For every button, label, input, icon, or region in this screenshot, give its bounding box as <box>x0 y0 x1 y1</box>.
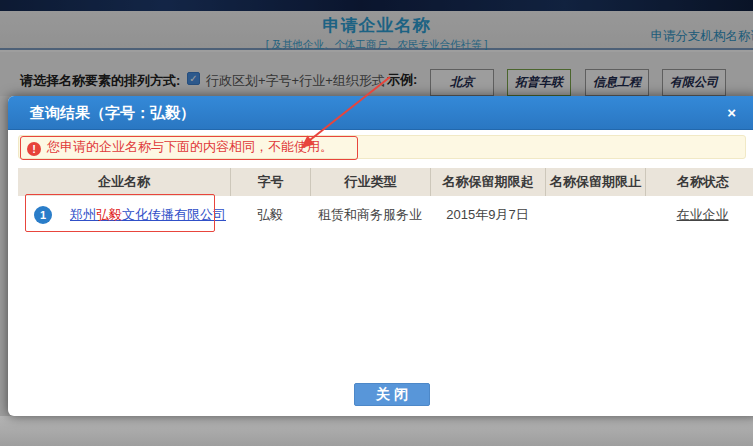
col-company-name: 企业名称 <box>18 168 230 196</box>
row-index-badge: 1 <box>34 206 52 224</box>
tradename-cell: 弘毅 <box>230 196 310 234</box>
modal-header: 查询结果（字号：弘毅） × <box>8 96 753 130</box>
modal-title: 查询结果（字号：弘毅） <box>30 96 195 130</box>
table-header-row: 企业名称 字号 行业类型 名称保留期限起 名称保留期限止 名称状态 <box>18 168 753 196</box>
status-cell: 在业企业 <box>645 196 753 234</box>
industry-cell: 租赁和商务服务业 <box>310 196 430 234</box>
page: 申请企业名称 [ 及其他企业、个体工商户、农民专业合作社等 ] 申请分支机构名称… <box>0 0 753 446</box>
col-reserve-start: 名称保留期限起 <box>430 168 545 196</box>
col-status: 名称状态 <box>645 168 753 196</box>
col-industry: 行业类型 <box>310 168 430 196</box>
status-text[interactable]: 在业企业 <box>677 207 729 222</box>
company-name-link[interactable]: 郑州弘毅文化传播有限公司 <box>70 196 226 234</box>
company-name-cell: 1 郑州弘毅文化传播有限公司 <box>18 196 230 234</box>
page-footer-strip <box>0 416 753 446</box>
query-result-modal: 查询结果（字号：弘毅） × !您申请的企业名称与下面的内容相同，不能使用。 企业… <box>8 96 753 416</box>
close-icon[interactable]: × <box>727 105 736 121</box>
col-reserve-end: 名称保留期限止 <box>545 168 645 196</box>
col-tradename: 字号 <box>230 168 310 196</box>
warning-message: !您申请的企业名称与下面的内容相同，不能使用。 <box>18 135 746 159</box>
reserve-start-cell: 2015年9月7日 <box>430 196 545 234</box>
warning-icon: ! <box>27 142 41 156</box>
warning-text: 您申请的企业名称与下面的内容相同，不能使用。 <box>47 139 333 154</box>
matched-tradename: 弘毅 <box>96 207 122 222</box>
close-button[interactable]: 关 闭 <box>354 383 430 406</box>
table-row: 1 郑州弘毅文化传播有限公司 弘毅 租赁和商务服务业 2015年9月7日 在业企… <box>18 196 753 234</box>
reserve-end-cell <box>545 196 645 234</box>
